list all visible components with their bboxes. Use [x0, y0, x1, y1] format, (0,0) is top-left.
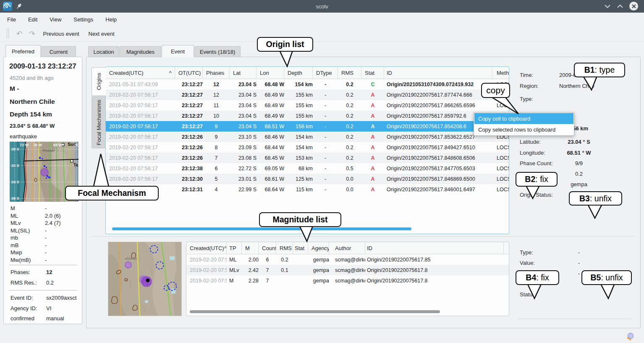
cell[interactable]: 154 km [284, 145, 313, 150]
back-arrow-icon[interactable]: ↶ [13, 29, 26, 38]
menu-help[interactable]: Help [100, 15, 122, 24]
cell[interactable]: LOCSAT [492, 166, 509, 172]
cell[interactable]: - [313, 145, 338, 150]
column-header[interactable]: Depth [284, 67, 313, 79]
origin-row[interactable]: 2021-05-31 07:43:0923:12:271223.04 S68.4… [106, 79, 509, 90]
column-header[interactable]: Lon [257, 67, 284, 79]
cell[interactable]: 153 km [284, 155, 313, 161]
cell[interactable]: 23:12:38 [175, 166, 203, 172]
cell[interactable]: - [313, 92, 338, 98]
cell[interactable]: 68.49 W [257, 92, 284, 98]
cell[interactable]: scmag@dirker [329, 267, 365, 273]
cell[interactable]: 0.1 [276, 267, 293, 273]
menu-edit[interactable]: Edit [23, 15, 42, 24]
magnitude-summary-row[interactable]: MLv2.4 (7) [10, 219, 78, 227]
cell[interactable]: - [313, 124, 338, 129]
cell[interactable]: M [10, 205, 45, 211]
column-header[interactable]: Phases [203, 67, 230, 79]
magnitude-summary-row[interactable]: Mw(mB)- [10, 256, 78, 264]
cell[interactable]: 22.99 S [230, 187, 257, 193]
tab-event[interactable]: Event [162, 45, 194, 57]
cell[interactable]: 23.04 S [230, 82, 257, 87]
cell[interactable]: 23.01 S [230, 176, 257, 182]
cell[interactable]: C [361, 82, 384, 87]
cell[interactable]: 125 km [284, 176, 313, 182]
cell[interactable]: mB [10, 242, 45, 248]
cell[interactable]: A [361, 113, 384, 119]
cell[interactable]: MLv [227, 267, 242, 273]
cell[interactable]: gempa [308, 278, 329, 284]
cell[interactable]: 23.04 S [230, 113, 257, 119]
origin-row[interactable]: 2019-02-20 07:56:1723:12:31422.99 S68.64… [106, 184, 509, 195]
cell[interactable]: 8 [203, 145, 230, 150]
tab-events[interactable]: Events (18/18) [194, 46, 241, 57]
cell[interactable]: 0.2 [338, 82, 361, 87]
cell[interactable]: - [45, 235, 47, 241]
column-header[interactable]: Created(UTC)^ [186, 242, 227, 254]
cell[interactable]: A [361, 145, 384, 150]
cell[interactable]: ML [227, 257, 242, 263]
cell[interactable]: - [45, 205, 47, 211]
origin-row[interactable]: 2019-02-20 07:56:1723:12:26823.09 S68.44… [106, 142, 509, 153]
menu-item-copy-cell[interactable]: Copy cell to clipboard [474, 113, 573, 124]
cell[interactable]: LOCSAT [492, 103, 509, 108]
cell[interactable]: 2019-02-20 07:56:17 [106, 166, 175, 172]
origin-row[interactable]: 2019-02-20 07:56:1723:12:38622.72 S69.05… [106, 163, 509, 174]
menu-settings[interactable]: Settings [68, 15, 98, 24]
cell[interactable]: 0.2 [338, 155, 361, 161]
cell[interactable]: 7 [203, 155, 230, 161]
cell[interactable]: 2019-02-20 07:56:17 [106, 113, 175, 119]
horizontal-scrollbar[interactable] [190, 310, 440, 313]
cell[interactable]: Origin/20190220075617.847705.6503 [384, 166, 492, 172]
cell[interactable]: 2019-02-20 07:56:17 [106, 155, 175, 161]
cell[interactable]: 9 [203, 124, 230, 129]
cell[interactable]: Origin/20190220075617.846001.6497 [384, 187, 492, 193]
column-header[interactable]: OT(UTC) [175, 67, 203, 79]
cell[interactable]: 23.09 S [230, 145, 257, 150]
column-header[interactable]: Agency [308, 242, 329, 254]
cell[interactable]: 23:12:27 [175, 92, 203, 98]
column-header[interactable]: Lat [230, 67, 257, 79]
origin-row[interactable]: 2019-02-20 07:56:1723:12:26723.08 S68.45… [106, 153, 509, 163]
column-header[interactable]: DType [313, 67, 338, 79]
origin-row[interactable]: 2019-02-20 07:56:1723:12:271023.04 S68.4… [106, 111, 509, 121]
cell[interactable]: 23:12:27 [175, 82, 203, 87]
cell[interactable]: 68.46 W [257, 134, 284, 140]
cell[interactable]: 68.49 W [257, 103, 284, 108]
cell[interactable]: 2019-02-20 07:56:37 [186, 278, 227, 284]
cell[interactable]: 2019-02-20 07:56:37 [186, 257, 227, 263]
cell[interactable]: scmag@dirker [329, 278, 365, 284]
cell[interactable]: 23.04 S [230, 103, 257, 108]
cell[interactable]: 68.44 W [257, 145, 284, 150]
cell[interactable]: 10 [203, 113, 230, 119]
cell[interactable]: 0.5 [338, 166, 361, 172]
cell[interactable]: 0.0 [338, 176, 361, 182]
magnitude-summary-row[interactable]: ML2.0 (6) [10, 212, 78, 220]
cell[interactable]: - [45, 257, 47, 263]
cell[interactable]: gempa [308, 257, 329, 263]
cell[interactable]: 23:12:26 [175, 155, 203, 161]
cell[interactable]: 68.61 W [257, 176, 284, 182]
cell[interactable]: 2019-02-20 07:56:17 [106, 176, 175, 182]
cell[interactable]: 4 [203, 187, 230, 193]
magnitude-row[interactable]: 2019-02-20 07:56:37MLv2.4270.1gempascmag… [186, 265, 509, 275]
cell[interactable]: 69.05 W [257, 166, 284, 172]
cell[interactable]: 2.42 [242, 267, 259, 273]
cell[interactable]: ML [10, 213, 45, 219]
column-header[interactable]: ID [384, 67, 492, 79]
magnitude-summary-row[interactable]: M- [10, 205, 78, 212]
cell[interactable]: Origin/20190220075617.85 [365, 257, 504, 263]
cell[interactable]: Origin/20190220075617.8 [365, 267, 504, 273]
cell[interactable]: 7 [259, 267, 276, 273]
minimize-icon[interactable] [604, 4, 611, 9]
cell[interactable]: A [361, 166, 384, 172]
cell[interactable]: - [45, 249, 47, 256]
cell[interactable]: M [227, 278, 242, 284]
cell[interactable]: A [361, 155, 384, 161]
menu-file[interactable]: File [2, 15, 21, 24]
cell[interactable]: ML(SIL) [10, 227, 45, 234]
side-tab-focal-mechanisms[interactable]: Focal Mechanisms [92, 96, 106, 148]
cell[interactable]: Origin/20190220075617.849427.6510 [384, 145, 492, 150]
magnitude-summary-row[interactable]: ML(SIL)- [10, 227, 78, 235]
cell[interactable]: 23:12:26 [175, 134, 203, 140]
